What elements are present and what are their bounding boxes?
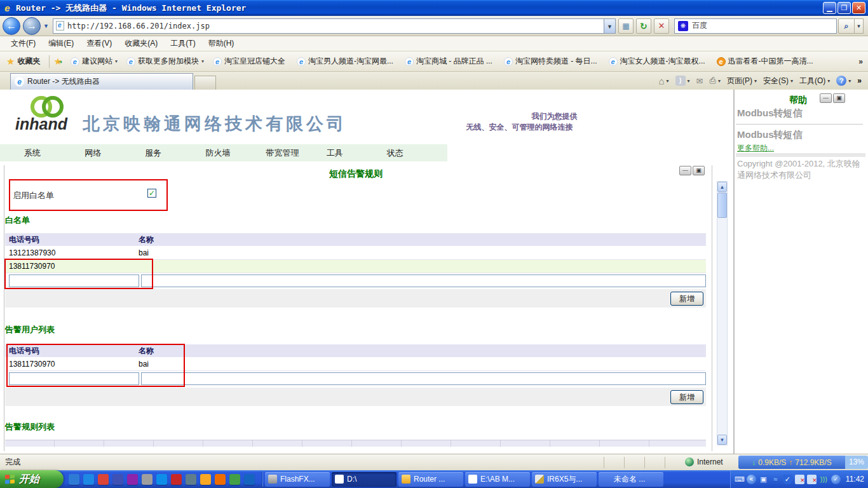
alarm-user-phone-input[interactable] xyxy=(9,372,139,385)
nav-item[interactable]: 系统 xyxy=(24,147,85,159)
tray-collapse-icon[interactable]: < xyxy=(747,475,756,484)
favorite-link[interactable]: e 建议网站 ▾ xyxy=(66,54,122,69)
help-button[interactable]: ? xyxy=(836,76,851,86)
enable-whitelist-checkbox[interactable]: ✓ xyxy=(147,189,156,198)
history-dropdown-icon[interactable]: ▼ xyxy=(43,23,49,29)
menu-item[interactable]: 工具(T) xyxy=(165,36,201,51)
security-shield-icon[interactable]: ✓ xyxy=(783,475,792,484)
antivirus-icon[interactable]: ✓ xyxy=(831,475,841,484)
mail-icon[interactable]: ✉ xyxy=(696,76,703,86)
commandbar-menu[interactable]: 页面(P) xyxy=(727,76,757,86)
search-button[interactable]: ⌕ xyxy=(838,18,855,34)
favorite-link[interactable]: e 淘宝商城 - 品牌正品 ... xyxy=(400,54,499,69)
feeds-button[interactable]: ) xyxy=(675,76,690,86)
menu-item[interactable]: 查看(V) xyxy=(81,36,118,51)
wireless-signal-icon[interactable]: ))) xyxy=(819,475,829,484)
commandbar-menu[interactable]: 工具(O) xyxy=(799,76,830,86)
task-button[interactable]: Router ... xyxy=(398,472,463,487)
home-button[interactable]: ⌂ xyxy=(659,76,669,86)
maximize-button[interactable]: ❐ xyxy=(837,2,851,14)
menu-item[interactable]: 收藏夹(A) xyxy=(119,36,163,51)
search-dropdown-icon[interactable]: ▼ xyxy=(855,18,864,34)
scroll-down-icon[interactable]: ▼ xyxy=(717,435,727,445)
commandbar-menu[interactable]: 安全(S) xyxy=(763,76,793,86)
favorites-button[interactable]: 收藏夹 xyxy=(17,56,40,67)
panel-minimize-button[interactable]: — xyxy=(679,166,691,175)
new-tab-button[interactable] xyxy=(194,76,216,90)
menu-item[interactable]: 文件(F) xyxy=(5,36,41,51)
url-field[interactable]: http://192.168.66.201/index.jsp xyxy=(53,18,604,34)
nav-item[interactable]: 防火墙 xyxy=(205,147,266,159)
network-icon[interactable]: ▣ xyxy=(759,475,768,484)
task-button[interactable]: 未命名 ... xyxy=(599,472,663,487)
favorite-link[interactable]: e 淘宝男人频道-淘宝网最... xyxy=(292,54,400,69)
whitelist-phone-input[interactable] xyxy=(9,274,139,287)
table-row[interactable]: 13121387930 bai xyxy=(5,247,706,260)
table-row[interactable]: 13811730970 bai xyxy=(5,358,706,371)
clock[interactable]: 11:42 xyxy=(846,475,864,484)
help-maximize-button[interactable]: ▣ xyxy=(833,93,845,103)
whitelist-add-button[interactable]: 新增 xyxy=(670,292,703,306)
bluetooth-icon[interactable]: ≈ xyxy=(771,475,780,484)
search-input[interactable]: ❋ 百度 xyxy=(674,18,837,34)
quicklaunch-icon[interactable] xyxy=(83,474,94,485)
stop-button[interactable]: ✕ xyxy=(654,18,669,34)
menu-item[interactable]: 帮助(H) xyxy=(203,36,240,51)
favorite-link[interactable]: e 迅雷看看-中国第一高清... xyxy=(712,54,820,69)
favorite-link[interactable]: e 淘宝女人频道-淘宝最权... xyxy=(604,54,712,69)
back-button[interactable]: ← xyxy=(3,17,20,35)
favorites-star-icon[interactable]: ★ xyxy=(6,56,15,67)
url-text[interactable]: http://192.168.66.201/index.jsp xyxy=(67,22,210,30)
favorite-link[interactable]: e 淘宝皇冠店铺大全 xyxy=(208,54,292,69)
commandbar-chevron[interactable]: » xyxy=(857,76,862,85)
search-value[interactable]: 百度 xyxy=(692,20,707,31)
quicklaunch-icon[interactable] xyxy=(127,474,138,485)
network-disconnected-icon[interactable] xyxy=(807,475,817,484)
quicklaunch-icon[interactable] xyxy=(156,474,167,485)
quicklaunch-icon[interactable] xyxy=(229,474,240,485)
compatibility-view-button[interactable] xyxy=(618,18,634,34)
chevron-down-icon[interactable]: ▾ xyxy=(201,58,204,64)
print-button[interactable]: ⎙ xyxy=(710,76,721,86)
more-help-link[interactable]: 更多帮助... xyxy=(737,143,774,154)
quicklaunch-icon[interactable] xyxy=(244,474,255,485)
favorite-link[interactable]: e 获取更多附加模块 ▾ xyxy=(122,54,208,69)
quicklaunch-icon[interactable] xyxy=(200,474,211,485)
scrollbar-thumb[interactable] xyxy=(717,193,727,218)
quicklaunch-icon[interactable] xyxy=(186,474,196,485)
task-button[interactable]: D:\ xyxy=(332,472,397,487)
keyboard-icon[interactable]: ⌨ xyxy=(735,475,744,484)
nav-item[interactable]: 带宽管理 xyxy=(266,147,327,159)
nav-item[interactable]: 服务 xyxy=(145,147,205,159)
panel-maximize-button[interactable]: ▣ xyxy=(693,166,705,175)
nav-item[interactable]: 网络 xyxy=(85,147,145,159)
chevron-down-icon[interactable]: ▾ xyxy=(115,58,118,64)
quicklaunch-icon[interactable] xyxy=(142,474,153,485)
nav-item[interactable]: 状态 xyxy=(387,147,447,159)
close-button[interactable]: ✕ xyxy=(852,2,865,14)
help-minimize-button[interactable]: — xyxy=(820,93,832,103)
quicklaunch-icon[interactable] xyxy=(112,474,123,485)
quicklaunch-icon[interactable] xyxy=(98,474,109,485)
quicklaunch-icon[interactable] xyxy=(171,474,182,485)
forward-button[interactable]: → xyxy=(23,17,41,35)
add-favorite-icon[interactable]: ★ xyxy=(53,56,62,67)
refresh-button[interactable]: ↻ xyxy=(636,18,651,34)
url-dropdown-icon[interactable]: ▼ xyxy=(604,18,616,34)
favorites-overflow-chevron[interactable]: » xyxy=(858,57,863,66)
quicklaunch-icon[interactable] xyxy=(69,474,79,485)
alarm-users-add-button[interactable]: 新增 xyxy=(670,390,703,404)
content-scrollbar[interactable]: ▲ ▼ xyxy=(717,181,728,445)
whitelist-name-input[interactable] xyxy=(141,274,706,287)
tab-router[interactable]: e Router -> 无线路由器 xyxy=(10,73,193,90)
nav-item[interactable]: 工具 xyxy=(327,147,387,159)
scroll-up-icon[interactable]: ▲ xyxy=(717,182,727,192)
task-button[interactable]: E:\AB M... xyxy=(465,472,530,487)
alarm-user-name-input[interactable] xyxy=(141,372,706,385)
menu-item[interactable]: 编辑(E) xyxy=(43,36,79,51)
table-row[interactable]: 13811730970 xyxy=(5,260,706,273)
start-button[interactable]: 开始 xyxy=(0,470,64,488)
minimize-button[interactable]: ▁ xyxy=(823,2,836,14)
task-button[interactable]: FlashFX... xyxy=(265,472,330,487)
quicklaunch-icon[interactable] xyxy=(215,474,226,485)
